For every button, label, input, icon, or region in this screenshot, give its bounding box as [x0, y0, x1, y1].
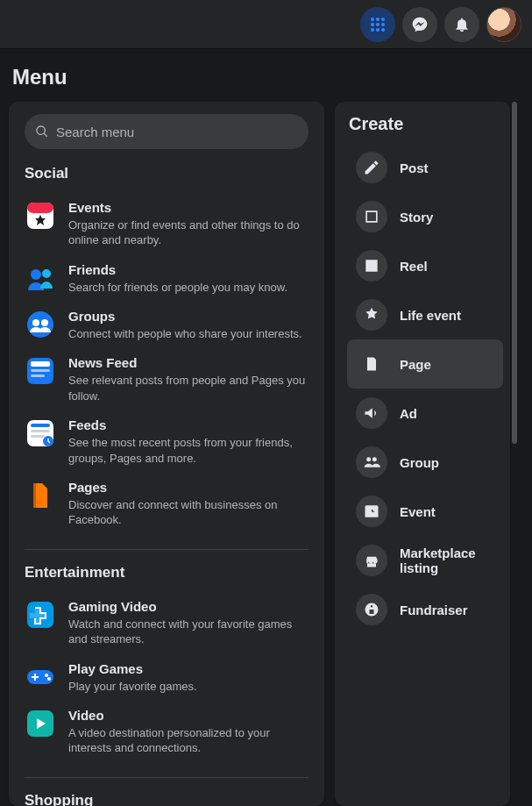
svg-rect-17 [31, 361, 50, 367]
bell-icon [453, 16, 471, 33]
section-title: Entertainment [25, 564, 309, 581]
event-icon [356, 496, 387, 527]
menu-item-newsfeed[interactable]: News Feed See relevant posts from people… [25, 348, 309, 410]
svg-point-4 [376, 23, 379, 26]
create-item-post[interactable]: Post [347, 143, 503, 192]
svg-rect-21 [31, 424, 50, 427]
svg-point-13 [27, 311, 53, 338]
create-item-ad[interactable]: Ad [347, 389, 503, 438]
divider [25, 549, 309, 550]
menu-item-desc: Organize or find events and other things… [68, 218, 309, 248]
story-icon [356, 201, 387, 232]
menu-item-title: News Feed [68, 355, 309, 372]
post-icon [356, 152, 387, 183]
play-icon [25, 661, 56, 693]
section-title: Shopping [25, 792, 309, 806]
svg-rect-19 [31, 374, 45, 377]
section-title: Social [25, 165, 309, 182]
menu-item-friends[interactable]: Friends Search for friends or people you… [25, 255, 309, 302]
group-icon [356, 446, 387, 478]
svg-rect-10 [27, 203, 53, 213]
svg-rect-22 [31, 430, 50, 432]
market-icon [356, 545, 387, 576]
menu-item-gaming[interactable]: Gaming Video Watch and connect with your… [25, 592, 309, 654]
search-input[interactable] [56, 125, 298, 139]
svg-point-8 [381, 28, 385, 32]
svg-point-1 [376, 18, 379, 21]
fund-icon [356, 594, 387, 625]
svg-point-27 [45, 674, 48, 677]
pages-icon [25, 480, 56, 511]
svg-point-2 [381, 18, 385, 21]
menu-item-desc: Connect with people who share your inter… [68, 326, 302, 342]
create-item-group[interactable]: Group [347, 438, 503, 487]
feeds-icon [25, 417, 56, 449]
menu-item-title: Events [68, 200, 309, 217]
create-item-reel[interactable]: Reel [347, 241, 503, 290]
search-box[interactable] [25, 114, 309, 149]
apps-grid-button[interactable] [360, 7, 395, 42]
menu-item-desc: Play your favorite games. [68, 679, 197, 695]
friends-icon [25, 262, 56, 294]
menu-panel: Social Events Organize or find events an… [9, 102, 324, 806]
svg-point-7 [376, 28, 379, 32]
newsfeed-icon [25, 355, 56, 387]
svg-point-6 [371, 28, 374, 32]
messenger-icon [411, 16, 429, 33]
svg-point-11 [31, 269, 41, 280]
menu-item-title: Feeds [68, 417, 309, 434]
page-title: Menu [0, 49, 532, 102]
svg-point-15 [41, 319, 48, 326]
svg-point-0 [371, 18, 374, 21]
topbar [0, 0, 532, 49]
svg-point-5 [381, 23, 385, 26]
menu-item-desc: Watch and connect with your favorite gam… [68, 617, 309, 647]
create-item-label: Marketplace listing [400, 546, 494, 575]
svg-rect-18 [31, 369, 50, 372]
svg-point-28 [47, 677, 51, 681]
menu-item-feeds[interactable]: Feeds See the most recent posts from you… [25, 410, 309, 473]
menu-item-desc: Search for friends or people you may kno… [68, 280, 287, 296]
groups-icon [25, 309, 56, 340]
menu-item-title: Video [68, 708, 309, 724]
menu-item-desc: Discover and connect with businesses on … [68, 497, 309, 528]
menu-item-title: Pages [68, 480, 309, 496]
messenger-button[interactable] [402, 7, 437, 42]
svg-point-3 [371, 23, 374, 26]
create-item-story[interactable]: Story [347, 192, 503, 241]
ad-icon [356, 397, 387, 429]
svg-point-12 [42, 269, 51, 278]
reel-icon [356, 250, 387, 282]
create-item-label: Event [400, 504, 436, 519]
create-item-label: Group [400, 455, 439, 470]
create-item-page[interactable]: Page [347, 339, 503, 389]
create-item-fund[interactable]: Fundraiser [347, 585, 503, 634]
video-icon [25, 708, 56, 739]
menu-item-groups[interactable]: Groups Connect with people who share you… [25, 302, 309, 348]
create-item-label: Story [400, 210, 433, 225]
menu-item-desc: See relevant posts from people and Pages… [68, 373, 309, 403]
menu-item-title: Play Games [68, 661, 197, 678]
menu-item-events[interactable]: Events Organize or find events and other… [25, 193, 309, 255]
create-item-label: Post [400, 160, 429, 175]
menu-item-title: Gaming Video [68, 599, 309, 616]
create-item-label: Page [400, 357, 431, 372]
gaming-icon [25, 599, 56, 631]
menu-item-title: Groups [68, 309, 302, 325]
profile-avatar[interactable] [486, 7, 521, 42]
scrollbar-thumb[interactable] [512, 102, 517, 444]
menu-item-play[interactable]: Play Games Play your favorite games. [25, 654, 309, 701]
create-item-event[interactable]: Event [347, 487, 503, 536]
grid-icon [369, 16, 387, 33]
events-icon [25, 200, 56, 232]
create-item-label: Life event [400, 308, 461, 323]
create-item-label: Fundraiser [400, 603, 468, 617]
create-item-market[interactable]: Marketplace listing [347, 536, 503, 585]
menu-item-video[interactable]: Video A video destination personalized t… [25, 701, 309, 763]
notifications-button[interactable] [444, 7, 479, 42]
create-item-life[interactable]: Life event [347, 290, 503, 339]
svg-point-14 [32, 319, 39, 326]
life-icon [356, 299, 387, 331]
create-item-label: Ad [400, 406, 417, 421]
menu-item-pages[interactable]: Pages Discover and connect with business… [25, 473, 309, 535]
